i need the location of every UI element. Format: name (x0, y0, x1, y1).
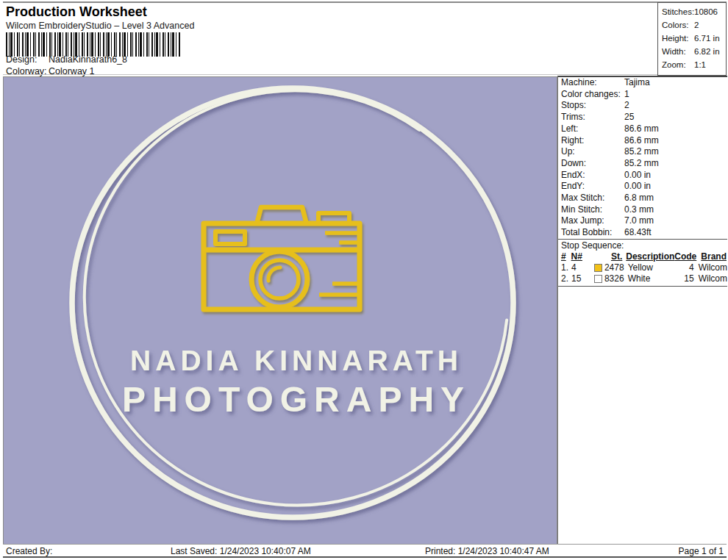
created-by-label: Created By: (6, 546, 52, 556)
stat-value: 6.71 in (694, 32, 720, 45)
stat-row-height: Height:6.71 in (662, 32, 726, 45)
machine-row: Down:85.2 mm (558, 158, 727, 170)
stat-row-colors: Colors:2 (662, 18, 726, 32)
machine-row-label: Trims: (561, 112, 624, 123)
stat-value: 1:1 (694, 58, 706, 71)
cell-st-value: 2478 (604, 262, 624, 273)
cell-st: 8326 (588, 273, 624, 284)
embroidery-design-canvas: NADIA KINNARATH PHOTOGRAPHY (4, 77, 557, 544)
design-label: Design: (6, 54, 49, 65)
cell-brand: Wilcom (694, 273, 727, 284)
stat-row-width: Width:6.82 in (662, 45, 726, 58)
cell-description: White (624, 273, 672, 284)
col-header-brand: Brand (696, 251, 727, 262)
machine-row-label: EndY: (561, 181, 624, 193)
machine-row-label: Left: (561, 123, 624, 135)
stat-label: Zoom: (662, 58, 694, 71)
machine-row-label: Max Stitch: (561, 193, 624, 204)
page-number: Page 1 of 1 (679, 546, 724, 556)
logo-text-line2: PHOTOGRAPHY (122, 380, 471, 419)
machine-row-value: 2 (624, 100, 629, 112)
stat-label: Width: (662, 45, 694, 58)
machine-row-label: Color changes: (561, 89, 624, 101)
stat-label: Colors: (662, 18, 694, 32)
cell-num: 1. (561, 262, 571, 273)
machine-row-label: Total Bobbin: (561, 227, 624, 239)
cell-num: 2. (561, 273, 571, 284)
printed-text: Printed: 1/24/2023 10:40:47 AM (425, 546, 549, 556)
stats-box: Stitches:10806 Colors:2 Height:6.71 in W… (657, 2, 727, 76)
barcode-icon (6, 32, 181, 57)
col-header-n: N# (571, 251, 588, 262)
machine-row: Right:86.6 mm (558, 135, 727, 147)
machine-row: Max Jump:7.0 mm (558, 215, 727, 227)
stat-label: Stitches: (662, 5, 694, 18)
app-subtitle: Wilcom EmbroideryStudio – Level 3 Advanc… (6, 21, 194, 31)
cell-brand: Wilcom (694, 262, 727, 273)
machine-row-label: Min Stitch: (561, 204, 624, 216)
col-header-num: # (561, 251, 571, 262)
machine-row: Trims:25 (558, 112, 727, 123)
stat-row-zoom: Zoom:1:1 (662, 58, 726, 71)
machine-row: Left:86.6 mm (558, 123, 727, 135)
stat-label: Height: (662, 32, 694, 45)
last-saved-text: Last Saved: 1/24/2023 10:40:07 AM (171, 546, 311, 556)
machine-row-label: EndX: (561, 170, 624, 182)
thread-color-swatch (594, 264, 602, 272)
cell-st: 2478 (588, 262, 624, 273)
machine-row: Up:85.2 mm (558, 146, 727, 158)
machine-row: EndX:0.00 in (558, 170, 727, 182)
cell-st-value: 8326 (604, 273, 624, 284)
page-top-rule (3, 1, 727, 3)
machine-row-value: 25 (624, 112, 634, 123)
machine-row-label: Right: (561, 135, 624, 147)
footer: Created By: Last Saved: 1/24/2023 10:40:… (3, 544, 727, 558)
machine-row-label: Down: (561, 158, 624, 170)
machine-row-value: 86.6 mm (624, 135, 659, 147)
machine-row: Stops:2 (558, 100, 727, 112)
thread-color-swatch (594, 275, 602, 283)
machine-row-value: 68.43ft (624, 227, 652, 239)
stop-sequence-title: Stop Sequence: (558, 239, 727, 251)
stop-sequence-table: # N# St. Description Code Brand 1. 4 247… (558, 251, 727, 287)
stat-value: 10806 (694, 5, 718, 18)
machine-row-value: 85.2 mm (624, 158, 659, 170)
machine-row-value: Tajima (624, 77, 650, 89)
machine-row: Color changes:1 (558, 89, 727, 101)
machine-row-value: 0.00 in (624, 181, 651, 193)
machine-row-label: Stops: (561, 100, 624, 112)
cell-n: 15 (571, 273, 588, 284)
stop-sequence-row: 2. 15 8326 White 15 Wilcom (558, 273, 727, 284)
machine-row-label: Up: (561, 146, 624, 158)
col-header-code: Code (674, 251, 696, 262)
cell-n: 4 (571, 262, 588, 273)
design-row: Design: NadiaKinnarath6_8 (6, 54, 127, 65)
stat-value: 6.82 in (694, 45, 720, 58)
machine-row: Machine:Tajima (558, 77, 727, 89)
machine-row-value: 85.2 mm (624, 146, 659, 158)
logo-text: NADIA KINNARATH PHOTOGRAPHY (122, 345, 471, 419)
machine-row: Max Stitch:6.8 mm (558, 193, 727, 204)
stop-sequence-table-bottom-rule (558, 286, 727, 287)
col-header-st: St. (588, 251, 623, 262)
machine-row-value: 6.8 mm (624, 193, 654, 204)
page-title: Production Worksheet (6, 4, 147, 20)
machine-info-panel: Machine:Tajima Color changes:1 Stops:2 T… (557, 76, 727, 545)
stop-sequence-row: 1. 4 2478 Yellow 4 Wilcom (558, 262, 727, 273)
machine-row-value: 1 (624, 89, 629, 101)
cell-code: 15 (672, 273, 694, 284)
machine-row-value: 7.0 mm (624, 215, 654, 227)
cell-description: Yellow (624, 262, 672, 273)
machine-row: Total Bobbin:68.43ft (558, 227, 727, 239)
machine-row-value: 86.6 mm (624, 123, 659, 135)
machine-row-value: 0.3 mm (624, 204, 654, 216)
machine-row-label: Max Jump: (561, 215, 624, 227)
stop-sequence-header-row: # N# St. Description Code Brand (558, 251, 727, 262)
header-divider (3, 74, 727, 75)
machine-row-label: Machine: (561, 77, 624, 89)
logo-text-line1: NADIA KINNARATH (130, 345, 463, 376)
design-preview: NADIA KINNARATH PHOTOGRAPHY (3, 76, 557, 545)
design-value: NadiaKinnarath6_8 (49, 54, 127, 65)
stat-row-stitches: Stitches:10806 (662, 5, 726, 18)
machine-row-value: 0.00 in (624, 170, 651, 182)
